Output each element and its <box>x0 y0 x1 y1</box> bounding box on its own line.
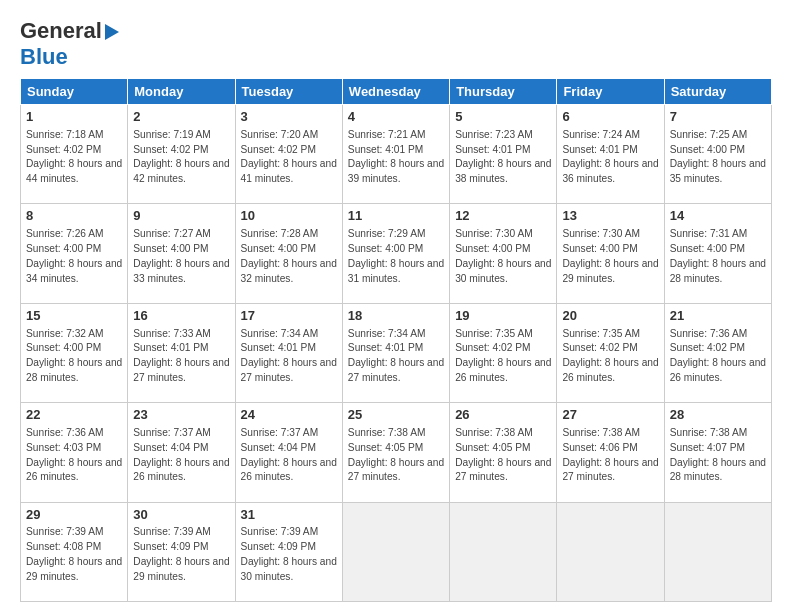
calendar-cell: 6 Sunrise: 7:24 AMSunset: 4:01 PMDayligh… <box>557 105 664 204</box>
day-info: Sunrise: 7:26 AMSunset: 4:00 PMDaylight:… <box>26 228 122 283</box>
calendar-cell: 11 Sunrise: 7:29 AMSunset: 4:00 PMDaylig… <box>342 204 449 303</box>
day-number: 4 <box>348 108 444 127</box>
weekday-sunday: Sunday <box>21 79 128 105</box>
calendar-cell <box>664 502 771 601</box>
calendar-cell: 27 Sunrise: 7:38 AMSunset: 4:06 PMDaylig… <box>557 403 664 502</box>
calendar-cell: 19 Sunrise: 7:35 AMSunset: 4:02 PMDaylig… <box>450 303 557 402</box>
day-info: Sunrise: 7:31 AMSunset: 4:00 PMDaylight:… <box>670 228 766 283</box>
day-info: Sunrise: 7:27 AMSunset: 4:00 PMDaylight:… <box>133 228 229 283</box>
weekday-friday: Friday <box>557 79 664 105</box>
weekday-wednesday: Wednesday <box>342 79 449 105</box>
day-number: 7 <box>670 108 766 127</box>
day-info: Sunrise: 7:18 AMSunset: 4:02 PMDaylight:… <box>26 129 122 184</box>
day-number: 18 <box>348 307 444 326</box>
day-number: 23 <box>133 406 229 425</box>
day-info: Sunrise: 7:38 AMSunset: 4:05 PMDaylight:… <box>455 427 551 482</box>
weekday-tuesday: Tuesday <box>235 79 342 105</box>
day-info: Sunrise: 7:37 AMSunset: 4:04 PMDaylight:… <box>133 427 229 482</box>
calendar-cell: 31 Sunrise: 7:39 AMSunset: 4:09 PMDaylig… <box>235 502 342 601</box>
day-number: 13 <box>562 207 658 226</box>
calendar-cell: 25 Sunrise: 7:38 AMSunset: 4:05 PMDaylig… <box>342 403 449 502</box>
day-info: Sunrise: 7:38 AMSunset: 4:05 PMDaylight:… <box>348 427 444 482</box>
day-info: Sunrise: 7:24 AMSunset: 4:01 PMDaylight:… <box>562 129 658 184</box>
day-info: Sunrise: 7:36 AMSunset: 4:02 PMDaylight:… <box>670 328 766 383</box>
calendar-cell: 24 Sunrise: 7:37 AMSunset: 4:04 PMDaylig… <box>235 403 342 502</box>
day-info: Sunrise: 7:29 AMSunset: 4:00 PMDaylight:… <box>348 228 444 283</box>
day-number: 27 <box>562 406 658 425</box>
day-info: Sunrise: 7:25 AMSunset: 4:00 PMDaylight:… <box>670 129 766 184</box>
day-number: 2 <box>133 108 229 127</box>
day-info: Sunrise: 7:20 AMSunset: 4:02 PMDaylight:… <box>241 129 337 184</box>
day-info: Sunrise: 7:37 AMSunset: 4:04 PMDaylight:… <box>241 427 337 482</box>
calendar-cell: 14 Sunrise: 7:31 AMSunset: 4:00 PMDaylig… <box>664 204 771 303</box>
calendar-cell <box>450 502 557 601</box>
calendar-cell: 20 Sunrise: 7:35 AMSunset: 4:02 PMDaylig… <box>557 303 664 402</box>
page: General Blue SundayMondayTuesdayWednesda… <box>0 0 792 612</box>
week-row-3: 15 Sunrise: 7:32 AMSunset: 4:00 PMDaylig… <box>21 303 772 402</box>
day-info: Sunrise: 7:39 AMSunset: 4:09 PMDaylight:… <box>133 526 229 581</box>
calendar-cell: 13 Sunrise: 7:30 AMSunset: 4:00 PMDaylig… <box>557 204 664 303</box>
day-number: 15 <box>26 307 122 326</box>
day-number: 24 <box>241 406 337 425</box>
day-number: 26 <box>455 406 551 425</box>
day-number: 22 <box>26 406 122 425</box>
calendar-cell: 17 Sunrise: 7:34 AMSunset: 4:01 PMDaylig… <box>235 303 342 402</box>
calendar-cell: 23 Sunrise: 7:37 AMSunset: 4:04 PMDaylig… <box>128 403 235 502</box>
calendar-cell: 15 Sunrise: 7:32 AMSunset: 4:00 PMDaylig… <box>21 303 128 402</box>
day-info: Sunrise: 7:39 AMSunset: 4:09 PMDaylight:… <box>241 526 337 581</box>
day-number: 9 <box>133 207 229 226</box>
logo-arrow-icon <box>105 24 119 40</box>
day-info: Sunrise: 7:19 AMSunset: 4:02 PMDaylight:… <box>133 129 229 184</box>
calendar-cell: 8 Sunrise: 7:26 AMSunset: 4:00 PMDayligh… <box>21 204 128 303</box>
calendar-cell: 10 Sunrise: 7:28 AMSunset: 4:00 PMDaylig… <box>235 204 342 303</box>
day-number: 8 <box>26 207 122 226</box>
calendar-cell: 30 Sunrise: 7:39 AMSunset: 4:09 PMDaylig… <box>128 502 235 601</box>
day-info: Sunrise: 7:35 AMSunset: 4:02 PMDaylight:… <box>455 328 551 383</box>
calendar-cell: 26 Sunrise: 7:38 AMSunset: 4:05 PMDaylig… <box>450 403 557 502</box>
calendar-cell: 21 Sunrise: 7:36 AMSunset: 4:02 PMDaylig… <box>664 303 771 402</box>
day-info: Sunrise: 7:30 AMSunset: 4:00 PMDaylight:… <box>562 228 658 283</box>
calendar-cell: 5 Sunrise: 7:23 AMSunset: 4:01 PMDayligh… <box>450 105 557 204</box>
calendar-cell: 9 Sunrise: 7:27 AMSunset: 4:00 PMDayligh… <box>128 204 235 303</box>
day-info: Sunrise: 7:33 AMSunset: 4:01 PMDaylight:… <box>133 328 229 383</box>
day-number: 12 <box>455 207 551 226</box>
weekday-header-row: SundayMondayTuesdayWednesdayThursdayFrid… <box>21 79 772 105</box>
calendar-cell: 12 Sunrise: 7:30 AMSunset: 4:00 PMDaylig… <box>450 204 557 303</box>
weekday-thursday: Thursday <box>450 79 557 105</box>
day-info: Sunrise: 7:30 AMSunset: 4:00 PMDaylight:… <box>455 228 551 283</box>
day-number: 5 <box>455 108 551 127</box>
day-number: 16 <box>133 307 229 326</box>
header: General Blue <box>20 18 772 70</box>
day-info: Sunrise: 7:28 AMSunset: 4:00 PMDaylight:… <box>241 228 337 283</box>
calendar-cell: 2 Sunrise: 7:19 AMSunset: 4:02 PMDayligh… <box>128 105 235 204</box>
day-number: 11 <box>348 207 444 226</box>
calendar-cell: 4 Sunrise: 7:21 AMSunset: 4:01 PMDayligh… <box>342 105 449 204</box>
calendar-cell: 18 Sunrise: 7:34 AMSunset: 4:01 PMDaylig… <box>342 303 449 402</box>
logo-blue: Blue <box>20 44 68 69</box>
week-row-4: 22 Sunrise: 7:36 AMSunset: 4:03 PMDaylig… <box>21 403 772 502</box>
calendar-cell: 29 Sunrise: 7:39 AMSunset: 4:08 PMDaylig… <box>21 502 128 601</box>
weekday-saturday: Saturday <box>664 79 771 105</box>
day-number: 31 <box>241 506 337 525</box>
calendar-cell: 7 Sunrise: 7:25 AMSunset: 4:00 PMDayligh… <box>664 105 771 204</box>
week-row-1: 1 Sunrise: 7:18 AMSunset: 4:02 PMDayligh… <box>21 105 772 204</box>
day-info: Sunrise: 7:39 AMSunset: 4:08 PMDaylight:… <box>26 526 122 581</box>
day-info: Sunrise: 7:38 AMSunset: 4:07 PMDaylight:… <box>670 427 766 482</box>
calendar-cell: 28 Sunrise: 7:38 AMSunset: 4:07 PMDaylig… <box>664 403 771 502</box>
day-number: 10 <box>241 207 337 226</box>
day-number: 6 <box>562 108 658 127</box>
calendar-cell: 3 Sunrise: 7:20 AMSunset: 4:02 PMDayligh… <box>235 105 342 204</box>
day-number: 3 <box>241 108 337 127</box>
day-info: Sunrise: 7:36 AMSunset: 4:03 PMDaylight:… <box>26 427 122 482</box>
day-number: 17 <box>241 307 337 326</box>
day-number: 21 <box>670 307 766 326</box>
calendar-cell: 22 Sunrise: 7:36 AMSunset: 4:03 PMDaylig… <box>21 403 128 502</box>
day-number: 28 <box>670 406 766 425</box>
calendar-cell: 1 Sunrise: 7:18 AMSunset: 4:02 PMDayligh… <box>21 105 128 204</box>
day-info: Sunrise: 7:35 AMSunset: 4:02 PMDaylight:… <box>562 328 658 383</box>
week-row-2: 8 Sunrise: 7:26 AMSunset: 4:00 PMDayligh… <box>21 204 772 303</box>
week-row-5: 29 Sunrise: 7:39 AMSunset: 4:08 PMDaylig… <box>21 502 772 601</box>
calendar-cell: 16 Sunrise: 7:33 AMSunset: 4:01 PMDaylig… <box>128 303 235 402</box>
day-info: Sunrise: 7:32 AMSunset: 4:00 PMDaylight:… <box>26 328 122 383</box>
day-info: Sunrise: 7:34 AMSunset: 4:01 PMDaylight:… <box>241 328 337 383</box>
